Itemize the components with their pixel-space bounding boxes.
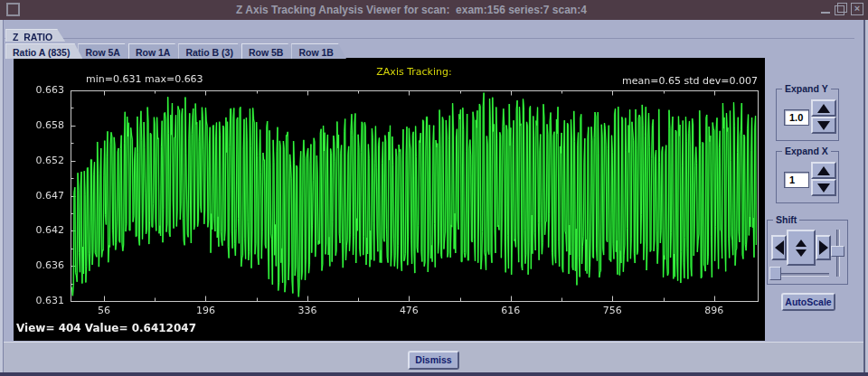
autoscale-button[interactable]: AutoScale	[781, 293, 835, 311]
expand-y-field[interactable]: 1.0	[784, 109, 809, 126]
expand-y-label: Expand Y	[782, 83, 831, 94]
tab-row-1: Z_RATIO	[5, 25, 61, 38]
x-tick-label: 56	[84, 305, 124, 316]
expand-x-spinner	[811, 162, 836, 196]
expand-x-label: Expand X	[782, 146, 831, 156]
x-tick-label: 756	[592, 305, 632, 316]
tab-row-1b[interactable]: Row 1B	[291, 43, 346, 59]
minimize-icon[interactable]	[820, 3, 831, 15]
tab-ratio-b-3[interactable]: Ratio B (3)	[178, 43, 246, 59]
shift-h-slider-track[interactable]	[773, 273, 829, 277]
chart-panel: min=0.631 max=0.663 ZAxis Tracking: mean…	[14, 58, 765, 341]
expand-x-up-button[interactable]	[811, 162, 836, 179]
window-border-right	[863, 20, 868, 376]
window-menu-icon[interactable]	[6, 3, 20, 16]
close-icon[interactable]: ×	[851, 3, 863, 15]
shift-right-button[interactable]	[816, 235, 831, 260]
window-border-left	[0, 20, 4, 376]
expand-y-down-button[interactable]	[811, 117, 836, 134]
expand-y-group: Expand Y 1.0	[776, 89, 839, 141]
dismiss-button[interactable]: Dismiss	[408, 351, 459, 370]
shift-h-slider-handle[interactable]	[769, 267, 781, 280]
expand-x-field[interactable]: 1	[784, 172, 809, 188]
tab-row-1a[interactable]: Row 1A	[128, 43, 184, 59]
tab-ratio-a-835[interactable]: Ratio A (835)	[5, 43, 82, 59]
chart-meanstd-annotation: mean=0.65 std dev=0.007	[622, 75, 758, 87]
shift-group: Shift	[767, 220, 848, 285]
title-bar: Z Axis Tracking Analysis Viewer for scan…	[0, 0, 868, 20]
tab-row-2: Ratio A (835)Row 5ARow 1ARatio B (3)Row …	[5, 42, 342, 58]
arrow-up-icon	[796, 240, 807, 247]
maximize-icon[interactable]	[835, 3, 847, 15]
expand-y-spinner	[811, 99, 836, 134]
tab-z-ratio[interactable]: Z_RATIO	[5, 29, 65, 42]
app-window: Z Axis Tracking Analysis Viewer for scan…	[0, 0, 868, 376]
arrow-down-icon	[817, 121, 830, 130]
arrow-right-icon	[819, 240, 828, 255]
x-tick-label: 196	[185, 305, 225, 316]
chart-cursor-status: View= 404 Value= 0.6412047	[16, 322, 196, 334]
y-tick-label: 0.663	[19, 84, 64, 96]
shift-v-slider-handle[interactable]	[831, 246, 844, 257]
x-tick-label: 476	[389, 305, 429, 316]
tab-row-5b[interactable]: Row 5B	[241, 43, 297, 59]
y-tick-label: 0.658	[19, 119, 64, 131]
arrow-up-icon	[817, 104, 830, 113]
arrow-up-icon	[817, 166, 830, 175]
window-border-bottom	[0, 372, 868, 376]
y-tick-label: 0.631	[19, 295, 64, 306]
shift-label: Shift	[773, 214, 799, 225]
x-tick-label: 896	[694, 305, 734, 316]
window-title: Z Axis Tracking Analysis Viewer for scan…	[27, 0, 796, 20]
expand-x-group: Expand X 1	[776, 151, 839, 203]
shift-left-button[interactable]	[771, 235, 787, 260]
x-tick-label: 336	[288, 305, 327, 316]
tab-pane-edge	[5, 38, 854, 39]
arrow-down-icon	[817, 183, 830, 193]
arrow-left-icon	[775, 240, 784, 255]
expand-x-down-button[interactable]	[811, 179, 836, 196]
x-tick-label: 616	[491, 305, 531, 316]
y-tick-label: 0.647	[19, 190, 64, 202]
y-tick-label: 0.636	[19, 259, 64, 271]
tab-row-5a[interactable]: Row 5A	[78, 43, 133, 59]
footer-bar: Dismiss	[4, 342, 863, 372]
y-tick-label: 0.642	[19, 224, 64, 236]
shift-vertical-button[interactable]	[787, 230, 816, 266]
y-tick-label: 0.652	[19, 155, 64, 166]
chart-canvas[interactable]	[14, 58, 765, 341]
arrow-down-icon	[796, 249, 807, 257]
expand-y-up-button[interactable]	[811, 99, 836, 117]
